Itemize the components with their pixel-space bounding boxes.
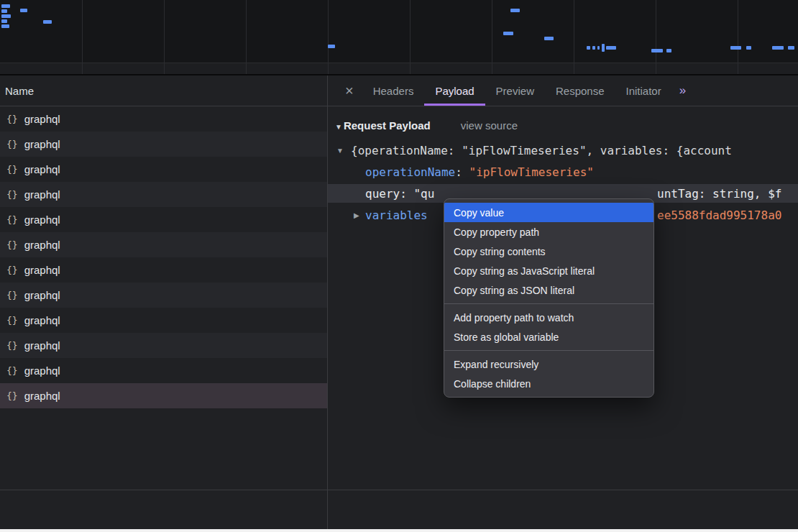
network-request-row[interactable]: {}graphql	[0, 132, 327, 157]
request-name: graphql	[24, 138, 60, 150]
menu-item-store-as-global-variable[interactable]: Store as global variable	[444, 327, 653, 347]
variables-text-right: ee5588fdad995178a0	[657, 208, 781, 222]
more-tabs-icon[interactable]: »	[672, 75, 693, 106]
network-request-row[interactable]: {}graphql	[0, 358, 327, 383]
menu-item-expand-recursively[interactable]: Expand recursively	[444, 354, 653, 374]
triangle-down-icon: ▼	[336, 147, 351, 155]
grid-line	[82, 0, 83, 74]
tab-preview[interactable]: Preview	[485, 75, 545, 106]
timeline-bar	[1, 19, 7, 23]
request-name: graphql	[24, 113, 60, 125]
network-request-row[interactable]: {}graphql	[0, 308, 327, 333]
tab-response[interactable]: Response	[545, 75, 615, 106]
grid-line	[656, 0, 656, 74]
timeline-bar	[1, 9, 7, 13]
panel-header-band: Name × HeadersPayloadPreviewResponseInit…	[0, 75, 798, 106]
timeline-bar	[1, 14, 11, 18]
overview-lower-band	[0, 63, 798, 74]
timeline-bar	[587, 46, 590, 50]
collapse-triangle-icon[interactable]: ▼	[335, 123, 342, 131]
menu-separator	[444, 303, 653, 304]
braces-icon: {}	[6, 214, 18, 225]
request-name: graphql	[24, 239, 60, 251]
tab-headers[interactable]: Headers	[362, 75, 425, 106]
timeline-bar	[43, 20, 52, 24]
name-column-header[interactable]: Name	[5, 85, 34, 97]
timeline-bar	[666, 49, 671, 52]
payload-operationname-row[interactable]: operationName: "ipFlowTimeseries"	[328, 162, 798, 181]
braces-icon: {}	[6, 189, 18, 200]
timeline-bar	[328, 45, 335, 48]
network-request-row[interactable]: {}graphql	[0, 232, 327, 257]
request-name: graphql	[24, 339, 60, 352]
menu-item-copy-string-as-javascript-literal[interactable]: Copy string as JavaScript literal	[444, 261, 653, 280]
payload-section-title: Request Payload	[344, 119, 431, 132]
request-name: graphql	[24, 188, 60, 201]
request-list: {}graphql{}graphql{}graphql{}graphql{}gr…	[0, 106, 328, 490]
braces-icon: {}	[6, 239, 18, 250]
network-request-row[interactable]: {}graphql	[0, 257, 327, 283]
close-icon[interactable]: ×	[336, 75, 362, 106]
request-name: graphql	[24, 264, 60, 276]
grid-line	[492, 0, 492, 74]
network-request-row[interactable]: {}graphql	[0, 157, 327, 182]
network-request-row[interactable]: {}graphql	[0, 182, 327, 207]
payload-root-row[interactable]: ▼ {operationName: "ipFlowTimeseries", va…	[328, 141, 798, 160]
grid-line	[328, 0, 329, 74]
menu-item-copy-string-as-json-literal[interactable]: Copy string as JSON literal	[444, 280, 653, 300]
braces-icon: {}	[6, 365, 18, 376]
overview-divider-line	[0, 63, 798, 63]
request-name: graphql	[24, 390, 60, 402]
property-key: variables	[365, 208, 428, 222]
timeline-bar	[597, 46, 600, 50]
tab-payload[interactable]: Payload	[424, 75, 485, 106]
menu-item-copy-string-contents[interactable]: Copy string contents	[444, 242, 653, 261]
network-request-row[interactable]: {}graphql	[0, 207, 327, 232]
menu-item-collapse-children[interactable]: Collapse children	[444, 374, 653, 393]
network-request-row[interactable]: {}graphql	[0, 106, 327, 132]
context-menu: Copy valueCopy property pathCopy string …	[444, 198, 654, 398]
braces-icon: {}	[6, 265, 18, 275]
timeline-bar	[592, 46, 595, 50]
timeline-bar	[606, 46, 616, 50]
braces-icon: {}	[6, 114, 18, 124]
timeline-bar	[772, 46, 784, 50]
root-preview-text: {operationName: "ipFlowTimeseries", vari…	[351, 144, 732, 157]
braces-icon: {}	[6, 340, 18, 351]
braces-icon: {}	[6, 139, 18, 150]
network-overview-timeline[interactable]	[0, 0, 798, 75]
request-name: graphql	[24, 214, 60, 226]
tab-initiator[interactable]: Initiator	[615, 75, 672, 106]
timeline-bar	[746, 46, 751, 50]
grid-line	[164, 0, 165, 74]
network-request-row[interactable]: {}graphql	[0, 283, 327, 308]
timeline-bar	[503, 32, 513, 35]
timeline-bar	[730, 46, 741, 50]
timeline-bar	[544, 37, 554, 40]
braces-icon: {}	[6, 290, 18, 301]
network-request-row[interactable]: {}graphql	[0, 333, 327, 358]
page-edge	[0, 529, 798, 532]
menu-item-add-property-path-to-watch[interactable]: Add property path to watch	[444, 308, 653, 327]
status-bar-left	[0, 490, 328, 529]
view-source-link[interactable]: view source	[461, 119, 518, 132]
name-column-header-cell: Name	[0, 75, 328, 106]
timeline-bar	[20, 9, 27, 12]
menu-separator	[444, 350, 653, 351]
status-bar	[0, 490, 798, 529]
network-request-row[interactable]: {}graphql	[0, 383, 327, 408]
timeline-bar	[1, 4, 10, 8]
menu-item-copy-value[interactable]: Copy value	[444, 203, 653, 222]
detail-tab-bar: × HeadersPayloadPreviewResponseInitiator…	[328, 75, 798, 106]
braces-icon: {}	[6, 315, 18, 326]
request-name: graphql	[24, 364, 60, 377]
property-key: operationName	[365, 165, 455, 179]
request-payload-header: ▼ Request Payload view source	[335, 119, 518, 132]
request-name: graphql	[24, 163, 60, 175]
key-separator: :	[455, 165, 469, 179]
menu-item-copy-property-path[interactable]: Copy property path	[444, 222, 653, 242]
grid-line	[246, 0, 247, 74]
timeline-bar	[651, 49, 663, 52]
tab-strip: HeadersPayloadPreviewResponseInitiator	[362, 75, 672, 106]
timeline-bar	[788, 46, 794, 50]
